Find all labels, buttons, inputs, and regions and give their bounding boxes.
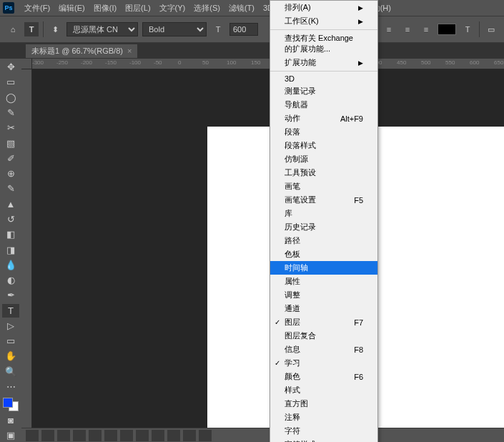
- menu-item[interactable]: 样式: [270, 383, 377, 397]
- menu-item[interactable]: 画笔设置F5: [270, 193, 377, 207]
- text-orient-icon[interactable]: ⬍: [48, 22, 62, 36]
- menu-image[interactable]: 图像(I): [89, 1, 121, 15]
- menu-item[interactable]: 调整: [270, 288, 377, 302]
- menu-item[interactable]: 导航器: [270, 98, 377, 112]
- menu-filter[interactable]: 滤镜(T): [224, 1, 259, 15]
- zoom-tool-icon[interactable]: 🔍: [2, 365, 19, 378]
- brush-tool-icon[interactable]: ✎: [2, 182, 19, 195]
- menu-layer[interactable]: 图层(L): [121, 1, 154, 15]
- menu-item[interactable]: 扩展功能▶: [270, 56, 377, 69]
- menu-item[interactable]: 信息F8: [270, 343, 377, 356]
- footer-btn[interactable]: [104, 430, 117, 441]
- align-center-icon[interactable]: ≡: [400, 22, 415, 36]
- menu-text[interactable]: 文字(Y): [155, 1, 190, 15]
- menu-item[interactable]: 属性: [270, 275, 377, 288]
- ruler-origin[interactable]: [21, 59, 32, 69]
- pen-tool-icon[interactable]: ✒: [2, 288, 19, 302]
- menu-item[interactable]: 段落: [270, 125, 377, 139]
- footer-btn[interactable]: [89, 430, 102, 441]
- quick-select-tool-icon[interactable]: ✎: [2, 106, 19, 119]
- menu-item[interactable]: 色板: [270, 247, 377, 261]
- eraser-tool-icon[interactable]: ◧: [2, 227, 19, 241]
- font-weight-select[interactable]: Bold: [142, 22, 207, 36]
- menu-item[interactable]: 工作区(K)▶: [270, 14, 377, 28]
- home-icon[interactable]: ⌂: [6, 22, 20, 36]
- menu-item[interactable]: 直方图: [270, 397, 377, 411]
- menu-item[interactable]: 图层复合: [270, 329, 377, 343]
- eyedropper-tool-icon[interactable]: ✐: [2, 152, 19, 165]
- menu-item[interactable]: 仿制源: [270, 152, 377, 166]
- crop-tool-icon[interactable]: ✂: [2, 121, 19, 134]
- menu-item[interactable]: 段落样式: [270, 139, 377, 152]
- font-family-select[interactable]: 思源黑体 CN: [66, 22, 138, 36]
- menu-item[interactable]: 学习: [270, 356, 377, 370]
- dodge-tool-icon[interactable]: ◐: [2, 273, 19, 287]
- edit-toolbar-icon[interactable]: ⋯: [2, 380, 19, 393]
- footer-btn[interactable]: [136, 430, 149, 441]
- footer-btn[interactable]: [167, 430, 180, 441]
- menu-item-label: 学习: [285, 358, 300, 368]
- footer-btn[interactable]: [41, 430, 54, 441]
- close-icon[interactable]: ×: [127, 46, 132, 55]
- menu-item[interactable]: 图层F7: [270, 315, 377, 329]
- stamp-tool-icon[interactable]: ▲: [2, 197, 19, 211]
- menu-item[interactable]: 字符: [270, 424, 377, 438]
- menu-item[interactable]: 排列(A)▶: [270, 1, 377, 14]
- menu-item[interactable]: 动作Alt+F9: [270, 112, 377, 125]
- lasso-tool-icon[interactable]: ◯: [2, 91, 19, 104]
- panels-icon[interactable]: ▭: [484, 22, 498, 36]
- ruler-vertical[interactable]: [21, 69, 32, 442]
- menu-item-label: 3D: [285, 74, 295, 83]
- menu-item[interactable]: 注释: [270, 411, 377, 424]
- hand-tool-icon[interactable]: ✋: [2, 349, 19, 363]
- fg-color-swatch[interactable]: [3, 398, 13, 408]
- menu-item-label: 属性: [285, 276, 300, 287]
- menu-item-label: 库: [285, 208, 292, 219]
- align-right-icon[interactable]: ≡: [419, 22, 433, 36]
- menu-item[interactable]: 测量记录: [270, 84, 377, 98]
- menu-select[interactable]: 选择(S): [189, 1, 224, 15]
- menu-item[interactable]: 路径: [270, 234, 377, 247]
- menu-item[interactable]: 库: [270, 207, 377, 220]
- shape-tool-icon[interactable]: ▭: [2, 334, 19, 348]
- menu-item[interactable]: 历史记录: [270, 220, 377, 234]
- menu-item[interactable]: 通道: [270, 302, 377, 315]
- frame-tool-icon[interactable]: ▧: [2, 136, 19, 149]
- menu-file[interactable]: 文件(F): [20, 1, 54, 15]
- footer-btn[interactable]: [57, 430, 70, 441]
- menu-item[interactable]: 时间轴: [270, 261, 377, 275]
- footer-btn[interactable]: [120, 430, 133, 441]
- footer-btn[interactable]: [73, 430, 86, 441]
- color-swatches[interactable]: [3, 398, 19, 411]
- menu-item[interactable]: 工具预设: [270, 166, 377, 180]
- history-brush-tool-icon[interactable]: ↺: [2, 212, 19, 226]
- footer-btn[interactable]: [199, 430, 212, 441]
- marquee-tool-icon[interactable]: ▭: [2, 75, 19, 89]
- menu-item[interactable]: 查找有关 Exchange 的扩展功能...: [270, 31, 377, 56]
- screenmode-icon[interactable]: ▣: [2, 428, 19, 442]
- quickmask-icon[interactable]: ◙: [2, 413, 19, 426]
- footer-btn[interactable]: [152, 430, 164, 441]
- separator: [479, 21, 480, 37]
- font-size-input[interactable]: [229, 23, 258, 36]
- menu-item[interactable]: 3D: [270, 73, 377, 84]
- move-tool-icon[interactable]: ✥: [2, 60, 19, 74]
- blur-tool-icon[interactable]: 💧: [2, 258, 19, 272]
- gradient-tool-icon[interactable]: ◨: [2, 242, 19, 256]
- menu-item[interactable]: 字符样式: [270, 438, 377, 442]
- align-left-icon[interactable]: ≡: [382, 22, 396, 36]
- heal-tool-icon[interactable]: ⊕: [2, 167, 19, 180]
- type-tool-icon[interactable]: T: [2, 304, 19, 318]
- document-tab[interactable]: 未标题1 @ 66.7%(RGB/8) ×: [26, 44, 137, 58]
- footer-btn[interactable]: [183, 430, 196, 441]
- ruler-horizontal[interactable]: -300-250-200-150-100-5005010015020025030…: [32, 59, 504, 69]
- path-select-tool-icon[interactable]: ▷: [2, 319, 19, 333]
- footer-btn[interactable]: [26, 430, 39, 441]
- warp-text-icon[interactable]: T: [460, 22, 475, 36]
- current-tool-icon[interactable]: T: [24, 22, 39, 36]
- menu-edit[interactable]: 编辑(E): [54, 1, 89, 15]
- menu-item[interactable]: 画笔: [270, 180, 377, 193]
- text-color-swatch[interactable]: [438, 24, 456, 35]
- shortcut-label: F7: [354, 318, 363, 327]
- menu-item[interactable]: 颜色F6: [270, 370, 377, 383]
